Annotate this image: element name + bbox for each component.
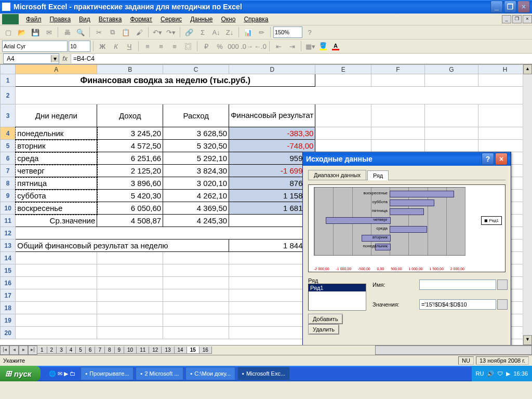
- borders-icon[interactable]: ▦▾: [304, 40, 316, 52]
- doc-minimize[interactable]: _: [502, 15, 511, 23]
- system-tray[interactable]: RU 🔊 🛡 ▶ 16:36: [472, 366, 532, 381]
- cut-icon[interactable]: ✂: [92, 26, 105, 38]
- sheet-tab[interactable]: 4: [66, 347, 76, 354]
- fill-color-icon[interactable]: 🪣: [317, 41, 329, 52]
- sheet-tab[interactable]: 14: [174, 347, 187, 354]
- row-header[interactable]: 14: [1, 252, 16, 264]
- start-button[interactable]: ⊞пуск: [0, 366, 41, 381]
- cell[interactable]: 3 896,60: [97, 177, 163, 190]
- cell[interactable]: -383,30: [229, 127, 315, 140]
- decrease-decimal-icon[interactable]: ←.0: [254, 40, 267, 52]
- minimize-button[interactable]: _: [490, 1, 503, 13]
- scroll-up-icon[interactable]: ▲: [523, 64, 532, 74]
- taskbar-item[interactable]: ▪С:\Мои доку...: [185, 367, 235, 380]
- format-painter-icon[interactable]: 🖌: [133, 26, 145, 38]
- tray-icon[interactable]: ▶: [506, 370, 510, 377]
- undo-icon[interactable]: ↶▾: [151, 26, 164, 38]
- series-listbox[interactable]: Ряд1: [308, 284, 366, 311]
- cell[interactable]: 6 050,60: [97, 202, 163, 215]
- cell[interactable]: 4 262,10: [163, 190, 229, 202]
- quicklaunch-icon[interactable]: ✉: [58, 370, 62, 377]
- cell[interactable]: 5 420,30: [97, 190, 163, 202]
- sort-asc-icon[interactable]: A↓: [210, 26, 222, 38]
- row-header[interactable]: 8: [1, 177, 16, 190]
- vertical-scrollbar[interactable]: ▲ ▼: [523, 64, 532, 345]
- quicklaunch-icon[interactable]: 🌐: [49, 370, 56, 377]
- sheet-tab[interactable]: 5: [75, 347, 86, 354]
- sheet-tab[interactable]: 2: [47, 347, 57, 354]
- dialog-titlebar[interactable]: Исходные данные ? ×: [303, 152, 511, 166]
- decrease-indent-icon[interactable]: ⇤: [272, 40, 285, 52]
- comma-icon[interactable]: 000: [227, 40, 240, 52]
- autosum-icon[interactable]: Σ: [196, 26, 209, 38]
- cell[interactable]: вторник: [16, 140, 97, 152]
- cell[interactable]: Дни недели: [16, 104, 97, 127]
- cell[interactable]: 3 824,30: [163, 165, 229, 177]
- col-header[interactable]: C: [163, 65, 229, 74]
- quicklaunch-icon[interactable]: ▶: [64, 370, 68, 377]
- font-name-select[interactable]: [2, 41, 68, 52]
- cell[interactable]: Расход: [163, 104, 229, 127]
- row-header[interactable]: 2: [1, 87, 16, 104]
- row-header[interactable]: 4: [1, 127, 16, 140]
- italic-icon[interactable]: К: [110, 40, 122, 52]
- cell[interactable]: Ср.значение: [16, 215, 97, 227]
- delete-series-button[interactable]: Удалить: [308, 324, 339, 335]
- sheet-tab[interactable]: 8: [104, 347, 115, 354]
- row-header[interactable]: 19: [1, 314, 16, 327]
- restore-button[interactable]: ❐: [504, 1, 516, 13]
- underline-icon[interactable]: Ч: [123, 40, 136, 52]
- cell[interactable]: 5 320,50: [163, 140, 229, 152]
- row-header[interactable]: 17: [1, 289, 16, 302]
- cell[interactable]: 4 508,87: [97, 215, 163, 227]
- row-header[interactable]: 15: [1, 264, 16, 277]
- menu-help[interactable]: Справка: [240, 15, 272, 24]
- open-icon[interactable]: 📂: [16, 26, 28, 38]
- menu-file[interactable]: Файл: [22, 15, 46, 24]
- redo-icon[interactable]: ↷▾: [165, 26, 177, 38]
- mail-icon[interactable]: ✉: [43, 26, 55, 38]
- row-header[interactable]: 11: [1, 215, 16, 227]
- row-header[interactable]: 9: [1, 190, 16, 202]
- row-header[interactable]: 7: [1, 165, 16, 177]
- horizontal-scrollbar[interactable]: [375, 345, 532, 355]
- cell[interactable]: Финансовый результат: [229, 104, 315, 127]
- zoom-select[interactable]: [273, 26, 302, 38]
- tab-last-icon[interactable]: ▸|: [28, 345, 37, 355]
- cell[interactable]: Общий финансовый результат за неделю: [16, 240, 229, 252]
- scroll-down-icon[interactable]: ▼: [523, 335, 532, 345]
- doc-close[interactable]: ×: [523, 15, 532, 23]
- cell[interactable]: 4 572,50: [97, 140, 163, 152]
- cell[interactable]: 4 245,30: [163, 215, 229, 227]
- add-series-button[interactable]: Добавить: [308, 314, 343, 324]
- dialog-help-button[interactable]: ?: [482, 153, 494, 165]
- cell[interactable]: -748,00: [229, 140, 315, 152]
- tab-data-range[interactable]: Диапазон данных: [308, 170, 366, 180]
- name-box[interactable]: A4▾: [3, 54, 59, 64]
- menu-data[interactable]: Данные: [186, 15, 217, 24]
- row-header[interactable]: 16: [1, 277, 16, 289]
- chart-wizard-icon[interactable]: 📊: [242, 26, 254, 38]
- cell[interactable]: 3 245,20: [97, 127, 163, 140]
- cell[interactable]: понедельник: [16, 127, 97, 140]
- increase-indent-icon[interactable]: ⇥: [286, 40, 298, 52]
- paste-icon[interactable]: 📋: [119, 26, 132, 38]
- merge-center-icon[interactable]: ⿴: [182, 40, 194, 52]
- sheet-tab[interactable]: 11: [136, 347, 149, 354]
- font-size-select[interactable]: [69, 41, 90, 52]
- row-header[interactable]: 10: [1, 202, 16, 215]
- menu-insert[interactable]: Вставка: [95, 15, 126, 24]
- sheet-tab[interactable]: 7: [95, 347, 105, 354]
- cell[interactable]: Доход: [97, 104, 163, 127]
- menu-tools[interactable]: Сервис: [156, 15, 186, 24]
- sheet-tab[interactable]: 16: [199, 347, 212, 354]
- cell[interactable]: среда: [16, 152, 97, 165]
- tab-first-icon[interactable]: |◂: [0, 345, 9, 355]
- cell[interactable]: 3 628,50: [163, 127, 229, 140]
- sheet-tab[interactable]: 15: [187, 347, 200, 354]
- series-values-input[interactable]: [419, 299, 496, 310]
- worksheet-area[interactable]: ABCDEFGH1Финансовая сводка за неделю (ты…: [0, 64, 532, 345]
- align-center-icon[interactable]: ≡: [155, 40, 167, 52]
- menu-edit[interactable]: Правка: [46, 15, 75, 24]
- cell[interactable]: 4 369,50: [163, 202, 229, 215]
